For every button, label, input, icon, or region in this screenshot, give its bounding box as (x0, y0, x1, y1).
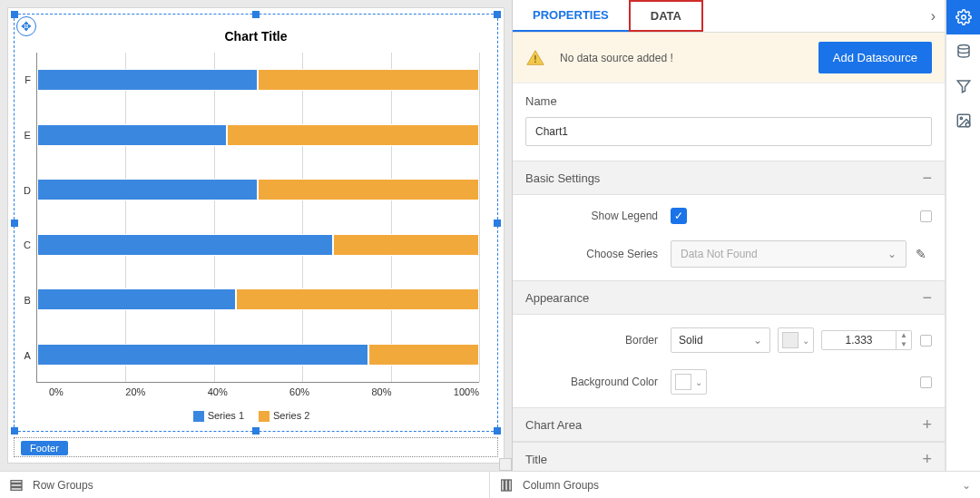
svg-point-2 (958, 45, 969, 50)
choose-series-label: Choose Series (525, 248, 671, 260)
svg-point-1 (961, 15, 965, 20)
chevron-down-icon: ⌄ (802, 336, 809, 346)
reset-checkbox[interactable] (920, 376, 932, 388)
border-width-input[interactable]: 1.333 ▲ ▼ (821, 330, 912, 350)
rail-image-icon[interactable] (946, 103, 980, 138)
design-canvas[interactable]: ✥ Chart Title F E D C B A (0, 0, 513, 471)
bgcolor-label: Background Color (525, 376, 671, 388)
chevron-down-icon[interactable]: ⌄ (962, 479, 971, 492)
svg-text:!: ! (534, 54, 536, 63)
scroll-corner (499, 458, 512, 471)
report-footer-band[interactable] (14, 437, 498, 457)
column-groups-panel[interactable]: Column Groups ⌄ (490, 472, 980, 498)
svg-rect-7 (11, 483, 22, 486)
svg-rect-11 (509, 480, 512, 491)
section-appearance[interactable]: Appearance − (513, 280, 945, 315)
chevron-down-icon: ⌄ (695, 377, 702, 387)
edit-icon[interactable]: ✎ (916, 247, 926, 261)
chart-legend: Series 1 Series 2 (24, 397, 479, 431)
resize-handle[interactable] (494, 11, 501, 18)
footer-tag[interactable]: Footer (21, 441, 68, 455)
resize-handle[interactable] (252, 11, 260, 18)
chevron-down-icon: ⌄ (887, 248, 897, 260)
side-rail (946, 0, 980, 471)
no-datasource-warning: ! No data source added ! Add Datasource (513, 33, 945, 83)
section-basic-settings[interactable]: Basic Settings − (513, 161, 945, 195)
tab-data[interactable]: DATA (629, 0, 703, 32)
expand-icon: + (922, 416, 932, 433)
bgcolor-input[interactable]: ⌄ (671, 369, 707, 395)
columns-icon (499, 478, 514, 493)
spin-up-icon[interactable]: ▲ (897, 331, 911, 340)
bars-column (36, 53, 479, 383)
section-chart-area[interactable]: Chart Area + (513, 407, 945, 442)
name-input[interactable] (525, 117, 932, 146)
svg-rect-9 (502, 480, 505, 491)
rail-data-icon[interactable] (946, 34, 980, 69)
chart-plot: F E D C B A (15, 47, 497, 431)
svg-point-4 (960, 117, 962, 119)
resize-handle[interactable] (252, 427, 260, 435)
resize-handle[interactable] (494, 427, 501, 435)
rail-filter-icon[interactable] (946, 69, 980, 103)
x-axis-labels: 0% 20% 40% 60% 80% 100% (24, 383, 479, 397)
bottom-bar: Row Groups Column Groups ⌄ (0, 471, 980, 498)
collapse-icon: − (922, 289, 932, 306)
move-handle-icon[interactable]: ✥ (16, 16, 36, 36)
expand-icon: + (922, 451, 932, 467)
svg-rect-6 (11, 480, 22, 483)
chevron-right-icon[interactable]: › (922, 8, 945, 24)
warning-icon: ! (525, 48, 545, 68)
chart-title: Chart Title (15, 15, 497, 47)
collapse-icon: − (922, 170, 932, 186)
name-label: Name (525, 94, 932, 108)
y-axis-labels: F E D C B A (24, 53, 36, 383)
show-legend-checkbox[interactable]: ✓ (671, 208, 687, 224)
resize-handle[interactable] (11, 427, 18, 435)
resize-handle[interactable] (11, 220, 18, 227)
choose-series-select[interactable]: Data Not Found ⌄ (671, 240, 906, 268)
canvas-surface[interactable]: ✥ Chart Title F E D C B A (7, 7, 505, 464)
svg-rect-8 (11, 487, 22, 490)
svg-point-5 (965, 122, 970, 127)
rail-properties-icon[interactable] (946, 0, 980, 34)
border-label: Border (525, 334, 671, 347)
add-datasource-button[interactable]: Add Datasource (818, 42, 932, 73)
row-groups-panel[interactable]: Row Groups (0, 472, 490, 498)
spin-down-icon[interactable]: ▼ (897, 340, 911, 349)
resize-handle[interactable] (11, 11, 18, 18)
resize-handle[interactable] (494, 220, 501, 227)
section-title[interactable]: Title + (513, 442, 945, 471)
border-color-input[interactable]: ⌄ (778, 327, 814, 353)
chevron-down-icon: ⌄ (753, 334, 762, 347)
show-legend-label: Show Legend (525, 210, 671, 222)
reset-checkbox[interactable] (920, 335, 932, 347)
reset-checkbox[interactable] (920, 210, 932, 222)
warning-text: No data source added ! (560, 52, 673, 64)
chart-widget-selected[interactable]: ✥ Chart Title F E D C B A (14, 14, 498, 432)
rows-icon (9, 478, 24, 493)
svg-rect-10 (505, 480, 508, 491)
tab-properties[interactable]: PROPERTIES (513, 0, 629, 32)
border-style-select[interactable]: Solid ⌄ (671, 327, 770, 353)
panel-tabs: PROPERTIES DATA › (513, 0, 945, 33)
